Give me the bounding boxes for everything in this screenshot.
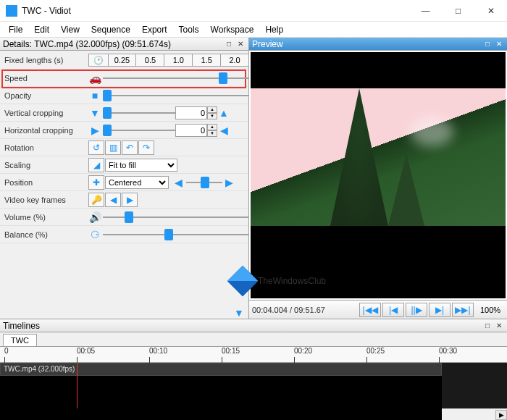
preview-video[interactable] (251, 52, 506, 298)
hcrop-slider[interactable] (103, 123, 175, 138)
timeline-track[interactable]: TWC.mp4 (32.000fps) (0, 363, 507, 408)
time-display: 00:04.004 / 09:51.67 (252, 306, 325, 314)
label-vcrop: Vertical cropping (4, 109, 88, 117)
fixed-length-15[interactable]: 1.5 (192, 54, 221, 67)
fixed-length-10[interactable]: 1.0 (164, 54, 193, 67)
label-position: Position (4, 178, 88, 187)
volume-icon: 🔊 (88, 211, 101, 224)
speed-slider[interactable] (103, 71, 248, 85)
menu-edit[interactable]: Edit (28, 23, 55, 36)
timeline-clip[interactable]: TWC.mp4 (32.000fps) (0, 363, 442, 376)
scroll-right-button[interactable]: ▶ (495, 410, 507, 420)
preview-panel: Preview □ ✕ 00:04.004 / 09:51.67 |◀◀ |◀ … (249, 38, 507, 319)
details-panel: Details: TWC.mp4 (32.000fps) (09:51.674s… (0, 38, 249, 319)
step-forward-button[interactable]: ▶| (429, 303, 451, 317)
keyframe-icon[interactable]: 🔑 (88, 193, 104, 207)
rotate-ccw-icon[interactable]: ↶ (122, 140, 138, 155)
goto-start-button[interactable]: |◀◀ (359, 303, 381, 317)
timeline-ruler[interactable]: 0 00:05 00:10 00:15 00:20 00:25 00:30 (0, 347, 507, 363)
row-speed: Speed 🚗 (0, 70, 248, 87)
flip-horiz-icon[interactable]: ▥ (105, 140, 121, 155)
timelines-close-icon[interactable]: ✕ (494, 321, 504, 331)
label-hcrop: Horizontal cropping (4, 126, 88, 135)
label-speed: Speed (4, 74, 88, 83)
label-rotation: Rotation (4, 143, 88, 152)
preview-max-icon[interactable]: □ (482, 39, 493, 49)
hcrop-input[interactable] (175, 124, 207, 137)
menu-sequence[interactable]: Sequence (85, 23, 136, 36)
label-fixed-lengths: Fixed lengths (s) (4, 56, 88, 64)
menu-tools[interactable]: Tools (173, 23, 205, 36)
app-icon (6, 5, 17, 17)
pos-slider[interactable] (186, 175, 222, 190)
vcrop-up-icon[interactable]: ▲ (217, 106, 230, 119)
menu-view[interactable]: View (55, 23, 85, 36)
menu-export[interactable]: Export (136, 23, 173, 36)
fixed-length-20[interactable]: 2.0 (220, 54, 248, 67)
step-back-button[interactable]: |◀ (382, 303, 404, 317)
menu-file[interactable]: File (3, 23, 28, 36)
menu-workspace[interactable]: Workspace (205, 23, 260, 36)
ruler-tick: 00:10 (149, 347, 185, 355)
timelines-max-icon[interactable]: □ (482, 321, 493, 331)
opacity-slider[interactable] (103, 88, 248, 103)
transport-bar: 00:04.004 / 09:51.67 |◀◀ |◀ ||▶ ▶| ▶▶| 1… (249, 300, 507, 319)
menu-help[interactable]: Help (259, 23, 289, 36)
row-fixed-lengths: Fixed lengths (s) 🕑 0.25 0.5 1.0 1.5 2.0 (0, 51, 248, 70)
pos-left-icon[interactable]: ◀ (172, 176, 185, 189)
details-close-icon[interactable]: ✕ (235, 39, 246, 49)
hcrop-left-icon[interactable]: ◀ (217, 124, 230, 137)
position-icon[interactable]: ✚ (88, 175, 104, 190)
hcrop-right-icon[interactable]: ▶ (88, 124, 101, 137)
goto-end-button[interactable]: ▶▶| (452, 303, 474, 317)
ruler-tick: 00:30 (439, 347, 475, 355)
window-title: TWC - Vidiot (22, 6, 409, 16)
scaling-select[interactable]: Fit to fill (105, 159, 177, 172)
label-volume: Volume (%) (4, 213, 88, 222)
ruler-tick: 00:20 (294, 347, 330, 355)
scaling-icon[interactable]: ◢ (88, 158, 104, 172)
vcrop-spinner[interactable]: ▲▼ (207, 106, 217, 119)
preview-title: Preview (252, 39, 283, 49)
vcrop-input[interactable] (175, 106, 207, 119)
position-select[interactable]: Centered (105, 176, 169, 189)
hcrop-spinner[interactable]: ▲▼ (207, 124, 217, 137)
rotate-180-icon[interactable]: ↺ (88, 140, 104, 155)
label-vkf: Video key frames (4, 196, 88, 204)
close-button[interactable]: ✕ (474, 0, 507, 22)
details-header: Details: TWC.mp4 (32.000fps) (09:51.674s… (0, 38, 248, 51)
maximize-button[interactable]: □ (442, 0, 474, 22)
volume-slider[interactable] (103, 210, 248, 224)
fixed-length-05[interactable]: 0.5 (135, 54, 164, 67)
row-vkf: Video key frames 🔑 ◀ ▶ (0, 191, 248, 209)
playhead[interactable] (77, 363, 77, 408)
vcrop-slider[interactable] (103, 106, 175, 120)
menu-bar: File Edit View Sequence Export Tools Wor… (0, 22, 507, 38)
clock-icon[interactable]: 🕑 (88, 54, 109, 67)
timelines-header: Timelines □ ✕ (0, 319, 507, 332)
minimize-button[interactable]: ― (409, 0, 442, 22)
row-opacity: Opacity ■ (0, 87, 248, 104)
zoom-display: 100% (477, 306, 504, 314)
kf-prev-icon[interactable]: ◀ (105, 193, 121, 207)
details-max-icon[interactable]: □ (224, 39, 234, 49)
play-pause-button[interactable]: ||▶ (406, 303, 427, 317)
ruler-tick: 00:25 (366, 347, 403, 355)
row-balance: Balance (%) ⚆ (0, 226, 248, 243)
timelines-title: Timelines (3, 321, 40, 331)
label-scaling: Scaling (4, 161, 88, 169)
ruler-tick: 00:15 (222, 347, 258, 355)
kf-next-icon[interactable]: ▶ (122, 193, 138, 207)
ruler-tick: 0 (4, 347, 41, 355)
label-balance: Balance (%) (4, 230, 88, 239)
pos-right-icon[interactable]: ▶ (222, 176, 235, 189)
row-position: Position ✚ Centered ◀ ▶ (0, 174, 248, 191)
balance-slider[interactable] (103, 227, 248, 242)
scroll-down-icon[interactable]: ▼ (234, 307, 246, 319)
preview-close-icon[interactable]: ✕ (494, 39, 504, 49)
rotate-cw-icon[interactable]: ↷ (138, 140, 154, 155)
vcrop-down-icon[interactable]: ▼ (88, 106, 101, 119)
fixed-length-025[interactable]: 0.25 (108, 54, 137, 67)
timelines-tabrow: TWC (0, 332, 507, 347)
timeline-tab-twc[interactable]: TWC (3, 334, 37, 346)
